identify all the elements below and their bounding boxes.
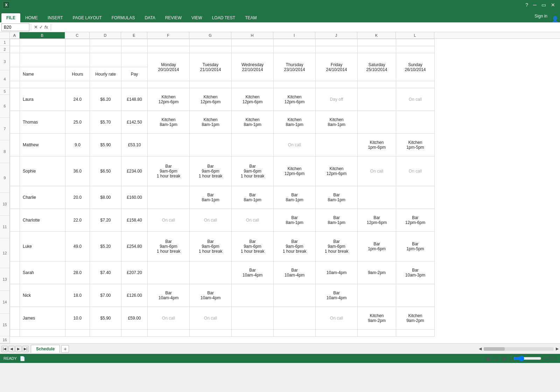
- emp5-sun[interactable]: Bar12pm-6pm: [396, 209, 435, 232]
- emp0-tue[interactable]: Kitchen12pm-6pm: [190, 88, 232, 111]
- r16-c11[interactable]: [396, 330, 435, 337]
- tab-review[interactable]: REVIEW: [160, 13, 187, 22]
- emp6-wed[interactable]: Bar9am-6pm1 hour break: [232, 232, 274, 261]
- emp4-name[interactable]: Charlie: [20, 186, 65, 209]
- scroll-left-icon[interactable]: ◀: [479, 346, 482, 351]
- r1-c10[interactable]: [358, 39, 396, 46]
- col-header-j[interactable]: J: [315, 32, 357, 38]
- emp5-rate[interactable]: $7.20: [90, 209, 121, 232]
- r5-c7[interactable]: [232, 81, 274, 88]
- sheet-tab-schedule[interactable]: Schedule: [31, 345, 60, 353]
- r16-c5[interactable]: [148, 330, 190, 337]
- emp3-pay[interactable]: £234.00: [121, 156, 148, 186]
- emp3-name[interactable]: Sophie: [20, 156, 65, 186]
- emp7-a[interactable]: [10, 261, 20, 284]
- emp2-a[interactable]: [10, 134, 20, 156]
- emp5-mon[interactable]: On call: [148, 209, 190, 232]
- emp7-pay[interactable]: £207.20: [121, 261, 148, 284]
- r2-c10[interactable]: [358, 46, 396, 53]
- sheet-nav[interactable]: |◀ ◀ ▶ ▶|: [1, 346, 29, 352]
- r3-day5[interactable]: Saturday25/10/2014: [358, 53, 396, 81]
- r1-c11[interactable]: [396, 39, 435, 46]
- r16-c10[interactable]: [358, 330, 396, 337]
- name-box[interactable]: B20: [1, 23, 29, 31]
- tab-team[interactable]: TEAM: [240, 13, 261, 22]
- emp6-name[interactable]: Luke: [20, 232, 65, 261]
- formula-input[interactable]: [52, 24, 559, 30]
- emp0-hours[interactable]: 24.0: [65, 88, 90, 111]
- r3-a[interactable]: [10, 53, 20, 67]
- emp5-a[interactable]: [10, 209, 20, 232]
- r3-day0[interactable]: Monday20/10/2014: [148, 53, 190, 81]
- emp5-sat[interactable]: Bar12pm-6pm: [358, 209, 396, 232]
- col-header-c[interactable]: C: [65, 32, 90, 38]
- sheet-nav-last[interactable]: ▶|: [22, 346, 29, 352]
- emp6-fri[interactable]: Bar9am-6pm1 hour break: [316, 232, 358, 261]
- emp3-sun[interactable]: On call: [396, 156, 435, 186]
- grid-area[interactable]: Monday20/10/2014Tuesday21/10/2014Wednesd…: [10, 39, 435, 343]
- zoom-in-icon[interactable]: +: [543, 356, 545, 360]
- emp5-thu[interactable]: Bar8am-1pm: [274, 209, 316, 232]
- emp5-fri[interactable]: Bar8am-1pm: [316, 209, 358, 232]
- emp8-hours[interactable]: 18.0: [65, 284, 90, 307]
- scroll-right-icon[interactable]: ▶: [556, 346, 559, 351]
- emp1-rate[interactable]: $5.70: [90, 111, 121, 134]
- title-bar-controls[interactable]: ? ─ ▭ ✕: [523, 2, 557, 8]
- emp5-hours[interactable]: 22.0: [65, 209, 90, 232]
- col-header-a[interactable]: A: [10, 32, 20, 38]
- emp4-tue[interactable]: Bar8am-1pm: [190, 186, 232, 209]
- emp7-thu[interactable]: Bar10am-4pm: [274, 261, 316, 284]
- emp7-tue[interactable]: [190, 261, 232, 284]
- emp4-hours[interactable]: 20.0: [65, 186, 90, 209]
- r3-d[interactable]: [90, 53, 121, 67]
- tab-pagelayout[interactable]: PAGE LAYOUT: [68, 13, 107, 22]
- emp8-thu[interactable]: [274, 284, 316, 307]
- emp1-sun[interactable]: [396, 111, 435, 134]
- r2-c6[interactable]: [190, 46, 232, 53]
- emp4-thu[interactable]: Bar8am-1pm: [274, 186, 316, 209]
- r3-day3[interactable]: Thursday23/10/2014: [274, 53, 316, 81]
- r1-c8[interactable]: [274, 39, 316, 46]
- confirm-formula-icon[interactable]: ✓: [39, 24, 43, 30]
- emp2-wed[interactable]: [232, 134, 274, 156]
- emp8-fri[interactable]: Bar10am-4pm: [316, 284, 358, 307]
- emp9-fri[interactable]: On call: [316, 307, 358, 330]
- r16-c7[interactable]: [232, 330, 274, 337]
- emp6-tue[interactable]: Bar9am-6pm1 hour break: [190, 232, 232, 261]
- col-header-l[interactable]: L: [396, 32, 434, 38]
- restore-button[interactable]: ▭: [539, 2, 548, 8]
- emp3-wed[interactable]: Bar9am-6pm1 hour break: [232, 156, 274, 186]
- col-header-k[interactable]: K: [357, 32, 396, 38]
- emp1-pay[interactable]: £142.50: [121, 111, 148, 134]
- emp2-mon[interactable]: [148, 134, 190, 156]
- r3-day2[interactable]: Wednesday22/10/2014: [232, 53, 274, 81]
- emp8-tue[interactable]: Bar10am-4pm: [190, 284, 232, 307]
- emp6-rate[interactable]: $5.20: [90, 232, 121, 261]
- emp7-hours[interactable]: 28.0: [65, 261, 90, 284]
- insert-function-icon[interactable]: fx: [44, 24, 48, 30]
- emp4-a[interactable]: [10, 186, 20, 209]
- emp4-wed[interactable]: Bar8am-1pm: [232, 186, 274, 209]
- emp1-thu[interactable]: Kitchen8am-1pm: [274, 111, 316, 134]
- emp1-mon[interactable]: Kitchen8am-1pm: [148, 111, 190, 134]
- r5-c10[interactable]: [358, 81, 396, 88]
- emp9-pay[interactable]: £59.00: [121, 307, 148, 330]
- r3-e[interactable]: [121, 53, 148, 67]
- emp1-name[interactable]: Thomas: [20, 111, 65, 134]
- r1-c9[interactable]: [316, 39, 358, 46]
- normal-view-button[interactable]: ▦: [485, 355, 492, 362]
- emp0-rate[interactable]: $6.20: [90, 88, 121, 111]
- r5-c11[interactable]: [396, 81, 435, 88]
- col-header-h[interactable]: H: [231, 32, 273, 38]
- r4-hours[interactable]: Hours: [65, 67, 90, 81]
- r5-c8[interactable]: [274, 81, 316, 88]
- emp4-rate[interactable]: $8.00: [90, 186, 121, 209]
- r1-c6[interactable]: [190, 39, 232, 46]
- r2-c8[interactable]: [274, 46, 316, 53]
- emp2-hours[interactable]: 9.0: [65, 134, 90, 156]
- emp3-sat[interactable]: On call: [358, 156, 396, 186]
- emp2-rate[interactable]: $5.90: [90, 134, 121, 156]
- emp1-a[interactable]: [10, 111, 20, 134]
- page-layout-button[interactable]: ⊡: [493, 355, 500, 362]
- page-break-button[interactable]: ⊞: [501, 355, 508, 362]
